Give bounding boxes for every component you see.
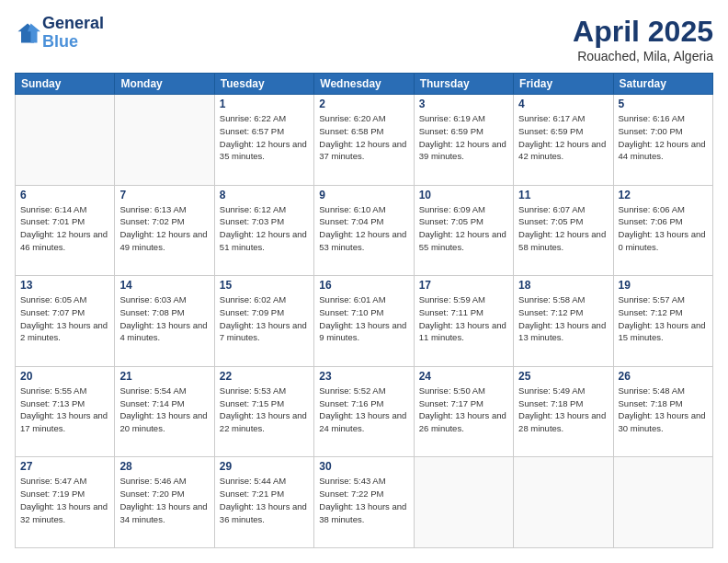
day-info: Sunrise: 6:13 AM Sunset: 7:02 PM Dayligh…	[119, 203, 209, 254]
calendar-cell	[115, 95, 214, 186]
weekday-header: Sunday	[16, 74, 115, 95]
day-info: Sunrise: 5:58 AM Sunset: 7:12 PM Dayligh…	[518, 293, 608, 344]
calendar-cell: 2Sunrise: 6:20 AM Sunset: 6:58 PM Daylig…	[314, 95, 414, 186]
day-number: 3	[419, 98, 508, 110]
day-number: 7	[119, 189, 209, 201]
logo-text: General Blue	[42, 15, 104, 52]
day-number: 21	[119, 370, 209, 383]
day-number: 24	[419, 370, 508, 383]
calendar-week-row: 1Sunrise: 6:22 AM Sunset: 6:57 PM Daylig…	[16, 95, 713, 186]
calendar-cell: 13Sunrise: 6:05 AM Sunset: 7:07 PM Dayli…	[16, 276, 115, 367]
day-number: 5	[619, 98, 708, 110]
calendar-cell: 30Sunrise: 5:43 AM Sunset: 7:22 PM Dayli…	[314, 457, 414, 548]
calendar-week-row: 27Sunrise: 5:47 AM Sunset: 7:19 PM Dayli…	[16, 457, 713, 548]
calendar-cell: 22Sunrise: 5:53 AM Sunset: 7:15 PM Dayli…	[214, 366, 313, 457]
day-info: Sunrise: 6:16 AM Sunset: 7:00 PM Dayligh…	[619, 112, 708, 163]
day-info: Sunrise: 6:22 AM Sunset: 6:57 PM Dayligh…	[220, 112, 309, 163]
day-number: 23	[319, 370, 408, 383]
calendar-cell: 26Sunrise: 5:48 AM Sunset: 7:18 PM Dayli…	[613, 366, 712, 457]
day-number: 17	[419, 279, 508, 292]
day-info: Sunrise: 5:48 AM Sunset: 7:18 PM Dayligh…	[619, 385, 708, 435]
calendar-cell	[414, 457, 513, 548]
day-info: Sunrise: 5:47 AM Sunset: 7:19 PM Dayligh…	[20, 475, 109, 525]
weekday-header: Tuesday	[214, 74, 313, 95]
day-number: 2	[319, 98, 408, 110]
calendar-cell: 4Sunrise: 6:17 AM Sunset: 6:59 PM Daylig…	[514, 95, 613, 186]
day-number: 13	[20, 279, 109, 292]
day-number: 28	[119, 460, 209, 473]
day-info: Sunrise: 6:17 AM Sunset: 6:59 PM Dayligh…	[518, 112, 608, 163]
day-info: Sunrise: 6:14 AM Sunset: 7:01 PM Dayligh…	[20, 203, 109, 254]
calendar-cell: 11Sunrise: 6:07 AM Sunset: 7:05 PM Dayli…	[514, 185, 613, 276]
day-info: Sunrise: 6:05 AM Sunset: 7:07 PM Dayligh…	[20, 293, 109, 344]
day-info: Sunrise: 6:10 AM Sunset: 7:04 PM Dayligh…	[319, 203, 408, 254]
day-number: 25	[518, 370, 608, 383]
calendar-header-row: SundayMondayTuesdayWednesdayThursdayFrid…	[16, 74, 713, 95]
day-info: Sunrise: 6:06 AM Sunset: 7:06 PM Dayligh…	[619, 203, 708, 254]
calendar-cell: 18Sunrise: 5:58 AM Sunset: 7:12 PM Dayli…	[514, 276, 613, 367]
day-number: 8	[220, 189, 309, 201]
day-info: Sunrise: 5:55 AM Sunset: 7:13 PM Dayligh…	[20, 385, 109, 435]
calendar-cell: 3Sunrise: 6:19 AM Sunset: 6:59 PM Daylig…	[414, 95, 513, 186]
day-number: 19	[619, 279, 708, 292]
day-info: Sunrise: 5:46 AM Sunset: 7:20 PM Dayligh…	[119, 475, 209, 525]
calendar-cell: 16Sunrise: 6:01 AM Sunset: 7:10 PM Dayli…	[314, 276, 414, 367]
calendar-cell: 5Sunrise: 6:16 AM Sunset: 7:00 PM Daylig…	[613, 95, 712, 186]
calendar-week-row: 20Sunrise: 5:55 AM Sunset: 7:13 PM Dayli…	[16, 366, 713, 457]
day-number: 26	[619, 370, 708, 383]
day-number: 6	[20, 189, 109, 201]
calendar-week-row: 13Sunrise: 6:05 AM Sunset: 7:07 PM Dayli…	[16, 276, 713, 367]
calendar-cell	[613, 457, 712, 548]
title-block: April 2025 Rouached, Mila, Algeria	[573, 15, 713, 63]
day-info: Sunrise: 6:20 AM Sunset: 6:58 PM Dayligh…	[319, 112, 408, 163]
weekday-header: Friday	[514, 74, 613, 95]
day-info: Sunrise: 6:02 AM Sunset: 7:09 PM Dayligh…	[220, 293, 309, 344]
calendar-cell: 9Sunrise: 6:10 AM Sunset: 7:04 PM Daylig…	[314, 185, 414, 276]
day-info: Sunrise: 5:50 AM Sunset: 7:17 PM Dayligh…	[419, 385, 508, 435]
day-number: 22	[220, 370, 309, 383]
day-number: 4	[518, 98, 608, 110]
calendar-cell: 14Sunrise: 6:03 AM Sunset: 7:08 PM Dayli…	[115, 276, 214, 367]
day-info: Sunrise: 5:49 AM Sunset: 7:18 PM Dayligh…	[518, 385, 608, 435]
calendar-cell: 10Sunrise: 6:09 AM Sunset: 7:05 PM Dayli…	[414, 185, 513, 276]
day-info: Sunrise: 6:07 AM Sunset: 7:05 PM Dayligh…	[518, 203, 608, 254]
weekday-header: Monday	[115, 74, 214, 95]
calendar-cell	[514, 457, 613, 548]
day-info: Sunrise: 6:03 AM Sunset: 7:08 PM Dayligh…	[119, 293, 209, 344]
day-number: 18	[518, 279, 608, 292]
day-number: 30	[319, 460, 408, 473]
day-info: Sunrise: 5:43 AM Sunset: 7:22 PM Dayligh…	[319, 475, 408, 525]
day-number: 20	[20, 370, 109, 383]
calendar-cell: 27Sunrise: 5:47 AM Sunset: 7:19 PM Dayli…	[16, 457, 115, 548]
location-subtitle: Rouached, Mila, Algeria	[573, 49, 713, 63]
day-number: 10	[419, 189, 508, 201]
day-info: Sunrise: 5:52 AM Sunset: 7:16 PM Dayligh…	[319, 385, 408, 435]
calendar-cell: 29Sunrise: 5:44 AM Sunset: 7:21 PM Dayli…	[214, 457, 313, 548]
weekday-header: Thursday	[414, 74, 513, 95]
calendar-cell: 12Sunrise: 6:06 AM Sunset: 7:06 PM Dayli…	[613, 185, 712, 276]
calendar-cell: 19Sunrise: 5:57 AM Sunset: 7:12 PM Dayli…	[613, 276, 712, 367]
page: General Blue April 2025 Rouached, Mila, …	[0, 0, 728, 563]
calendar-table: SundayMondayTuesdayWednesdayThursdayFrid…	[15, 73, 713, 548]
day-number: 15	[220, 279, 309, 292]
day-number: 11	[518, 189, 608, 201]
day-info: Sunrise: 5:59 AM Sunset: 7:11 PM Dayligh…	[419, 293, 508, 344]
day-info: Sunrise: 5:53 AM Sunset: 7:15 PM Dayligh…	[220, 385, 309, 435]
calendar-cell: 24Sunrise: 5:50 AM Sunset: 7:17 PM Dayli…	[414, 366, 513, 457]
calendar-cell: 17Sunrise: 5:59 AM Sunset: 7:11 PM Dayli…	[414, 276, 513, 367]
logo-icon	[15, 20, 40, 46]
day-number: 27	[20, 460, 109, 473]
day-info: Sunrise: 6:12 AM Sunset: 7:03 PM Dayligh…	[220, 203, 309, 254]
day-info: Sunrise: 5:54 AM Sunset: 7:14 PM Dayligh…	[119, 385, 209, 435]
day-number: 16	[319, 279, 408, 292]
day-info: Sunrise: 6:09 AM Sunset: 7:05 PM Dayligh…	[419, 203, 508, 254]
calendar-cell: 23Sunrise: 5:52 AM Sunset: 7:16 PM Dayli…	[314, 366, 414, 457]
calendar-cell: 1Sunrise: 6:22 AM Sunset: 6:57 PM Daylig…	[214, 95, 313, 186]
calendar-cell: 7Sunrise: 6:13 AM Sunset: 7:02 PM Daylig…	[115, 185, 214, 276]
calendar-cell: 8Sunrise: 6:12 AM Sunset: 7:03 PM Daylig…	[214, 185, 313, 276]
day-info: Sunrise: 6:19 AM Sunset: 6:59 PM Dayligh…	[419, 112, 508, 163]
calendar-cell	[16, 95, 115, 186]
day-number: 14	[119, 279, 209, 292]
day-info: Sunrise: 6:01 AM Sunset: 7:10 PM Dayligh…	[319, 293, 408, 344]
day-number: 1	[220, 98, 309, 110]
